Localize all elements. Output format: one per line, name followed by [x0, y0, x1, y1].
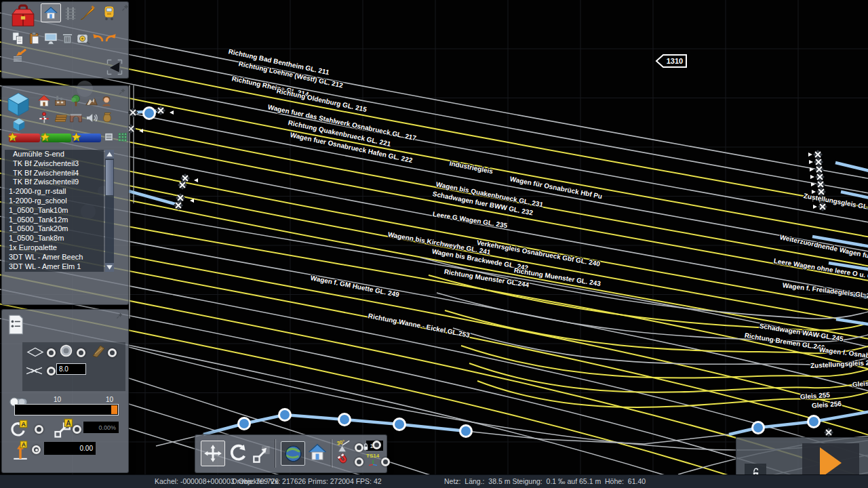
grid-view-icon[interactable]	[117, 131, 127, 142]
slider-handle[interactable]	[111, 405, 117, 414]
globe-button[interactable]	[281, 441, 305, 466]
track-end-marker[interactable]	[818, 202, 827, 211]
track-style-diamond-radio[interactable]	[47, 348, 56, 357]
scale-tool-button[interactable]	[252, 445, 271, 464]
rotate-radio[interactable]	[35, 425, 43, 434]
properties-panel: 8.0 10 10 A A 0.00% A 0.00	[1, 309, 129, 473]
category-goods-icon[interactable]	[100, 111, 114, 125]
insert-icon[interactable]	[11, 47, 28, 63]
track-end-marker[interactable]	[176, 193, 185, 203]
list-item[interactable]: 1_0500_Tank10m	[5, 206, 104, 216]
rotate-lock-icon: A	[9, 420, 28, 439]
model-list-scrollbar[interactable]	[105, 150, 114, 272]
home-3d-button[interactable]	[307, 442, 328, 462]
selected-spline	[835, 163, 868, 172]
model-list[interactable]: Aumühle S-endTK Bf Zwischenteil3TK Bf Zw…	[5, 150, 104, 272]
track-end-marker[interactable]	[174, 201, 183, 210]
delete-icon[interactable]	[61, 31, 74, 46]
redo-icon[interactable]	[104, 31, 118, 45]
home-2d-button[interactable]	[41, 3, 61, 22]
tracks-icon[interactable]	[63, 5, 78, 22]
category-vegetation-icon[interactable]	[69, 94, 83, 108]
list-item[interactable]: 1_0500_Tank12m	[5, 216, 104, 225]
snap-radio-top[interactable]	[372, 441, 381, 449]
track-style-sphere-radio[interactable]	[77, 348, 85, 357]
track-style-plank-icon	[90, 344, 106, 357]
spline-control-node[interactable]	[808, 416, 820, 428]
list-item[interactable]: 1_0500_Tank20m	[5, 224, 104, 234]
protocol-icon[interactable]	[6, 314, 25, 336]
brush-icon[interactable]	[79, 4, 96, 22]
category-materials-icon[interactable]	[54, 111, 67, 125]
track-style-crossed-radio[interactable]	[47, 367, 56, 375]
gradient-field[interactable]: 0.00%	[83, 422, 119, 433]
category-buildings-icon[interactable]	[37, 94, 51, 108]
status-draws: Draws: 709 Vx: 217626 Prims: 272004 FPS:…	[232, 477, 382, 485]
track-line	[0, 223, 868, 425]
category-sounds-icon[interactable]	[85, 111, 98, 125]
list-item[interactable]: 3DT WL - Amer Elm 1	[5, 262, 104, 272]
track-end-marker[interactable]	[156, 106, 165, 115]
density-slider[interactable]	[14, 404, 119, 415]
category-industry-icon[interactable]	[54, 94, 67, 108]
list-item[interactable]: TK Bf Zwischenteil3	[5, 159, 104, 169]
screenshot-icon[interactable]	[43, 31, 58, 46]
list-item[interactable]: 1-2000-rg_school	[5, 197, 104, 206]
scroll-up-button[interactable]	[105, 150, 114, 159]
main-toolbar-panel	[1, 1, 129, 79]
list-item[interactable]: 1_0500_Tank8m	[5, 234, 104, 243]
list-item[interactable]: 1-2000-rg_rr-stall	[5, 187, 104, 197]
scroll-thumb[interactable]	[106, 160, 113, 195]
pin-icon[interactable]	[121, 3, 130, 12]
height-field[interactable]: 0.00	[44, 442, 96, 455]
slider-min-label: 10	[54, 396, 61, 403]
measure-icon[interactable]	[75, 31, 91, 46]
category-bridges-icon[interactable]	[69, 111, 83, 125]
category-signals-icon[interactable]	[37, 111, 51, 125]
spline-control-node[interactable]	[279, 409, 291, 421]
category-terrain-icon[interactable]	[85, 94, 98, 108]
move-radio[interactable]	[73, 425, 81, 434]
toolbox-icon[interactable]	[10, 2, 36, 30]
spline-control-node[interactable]	[339, 414, 351, 426]
category-people-icon[interactable]	[100, 94, 113, 108]
list-item[interactable]: Aumühle S-end	[5, 150, 104, 159]
list-view-icon[interactable]	[104, 131, 114, 142]
spline-control-node[interactable]	[460, 426, 472, 437]
distance-sign: 1310	[656, 55, 686, 67]
favorites-blue-button[interactable]	[73, 134, 101, 142]
favorites-green-button[interactable]	[41, 134, 71, 142]
pin-icon[interactable]	[116, 312, 123, 319]
list-item[interactable]: TK Bf Zwischenteil4	[5, 169, 104, 178]
perspective-icon[interactable]	[105, 58, 124, 77]
spline-control-node[interactable]	[239, 418, 250, 430]
favorites-red-button[interactable]	[9, 134, 40, 142]
undo-icon[interactable]	[91, 31, 104, 45]
spline-control-node[interactable]	[144, 108, 155, 119]
paste-icon[interactable]	[28, 31, 41, 46]
track-end-marker[interactable]	[824, 428, 833, 437]
spline-control-node[interactable]	[753, 422, 764, 434]
ts14-axes-icon: TS14	[366, 453, 379, 466]
pin-icon[interactable]	[119, 87, 126, 95]
copy-icon[interactable]	[11, 31, 26, 46]
height-radio[interactable]	[32, 445, 41, 454]
ts14-radio[interactable]	[381, 458, 390, 466]
list-item[interactable]: 1x Europalette	[5, 243, 104, 253]
rotate-tool-button[interactable]	[228, 443, 248, 464]
magnet-radio[interactable]	[355, 458, 363, 466]
list-item[interactable]: TK Bf Zwischenteil9	[5, 178, 104, 187]
track-style-plank-radio[interactable]	[108, 348, 117, 357]
cube-3d-large-icon[interactable]	[5, 90, 32, 119]
eep-editor-window: 1310 Richtung Bad Bentheim GL. 211Richtu…	[0, 0, 868, 488]
scroll-down-button[interactable]	[105, 263, 114, 272]
list-item[interactable]: 3DT WL - Amer Beech	[5, 253, 104, 262]
train-icon[interactable]	[101, 4, 117, 22]
width-input[interactable]: 8.0	[56, 363, 86, 375]
spline-control-node[interactable]	[394, 419, 406, 430]
track-plan-canvas[interactable]: 1310	[0, 0, 868, 474]
magnet-icon[interactable]	[336, 453, 350, 466]
magnet-lock-icon	[362, 442, 370, 452]
cube-3d-small-icon[interactable]	[12, 117, 26, 132]
move-tool-button[interactable]	[201, 441, 225, 466]
